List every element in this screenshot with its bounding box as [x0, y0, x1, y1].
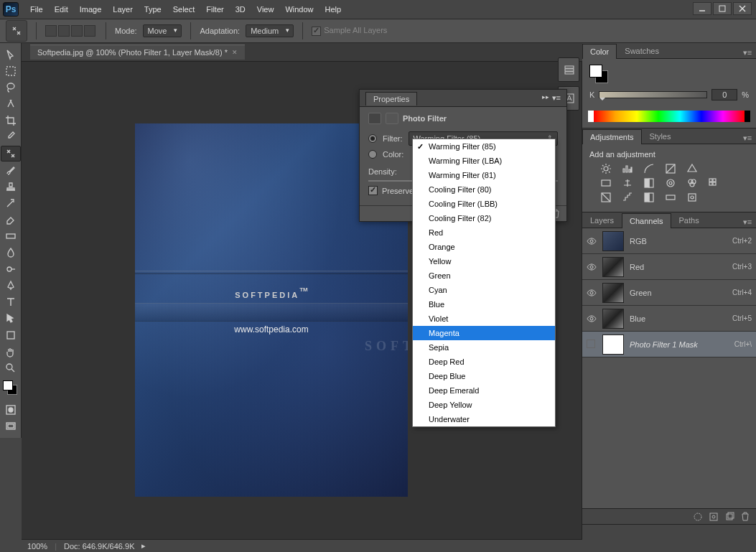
menu-file[interactable]: File [24, 2, 49, 17]
fg-bg-swatch[interactable] [589, 65, 611, 86]
dropdown-item[interactable]: Violet [413, 312, 555, 326]
eyedropper-tool[interactable] [1, 129, 21, 145]
selective-color-icon[interactable] [686, 192, 699, 203]
visibility-icon[interactable] [587, 288, 597, 298]
dropdown-item[interactable]: Sepia [413, 340, 555, 355]
vibrance-icon[interactable] [686, 163, 699, 174]
color-spectrum[interactable] [588, 111, 750, 122]
photo-filter-icon[interactable] [664, 177, 677, 189]
invert-icon[interactable] [599, 192, 612, 203]
menu-view[interactable]: View [251, 2, 280, 17]
dropdown-item[interactable]: Magenta [413, 326, 555, 340]
delete-channel-icon[interactable] [740, 512, 750, 522]
brightness-icon[interactable] [599, 163, 612, 174]
menu-filter[interactable]: Filter [200, 2, 229, 17]
threshold-icon[interactable] [643, 192, 655, 203]
menu-layer[interactable]: Layer [107, 2, 139, 17]
dropdown-item[interactable]: Deep Emerald [413, 383, 555, 398]
dropdown-item[interactable]: Red [413, 225, 555, 240]
tab-paths[interactable]: Paths [671, 212, 707, 228]
marquee-tool[interactable] [1, 63, 21, 79]
load-selection-icon[interactable] [693, 512, 703, 522]
pen-tool[interactable] [1, 278, 21, 294]
align-option-1[interactable] [45, 25, 57, 37]
dropdown-item[interactable]: Cooling Filter (80) [413, 182, 555, 197]
curves-icon[interactable] [643, 163, 655, 174]
posterize-icon[interactable] [621, 192, 634, 203]
hue-icon[interactable] [599, 177, 612, 189]
dropdown-item[interactable]: Orange [413, 240, 555, 254]
tab-adjustments[interactable]: Adjustments [582, 129, 642, 144]
dropdown-item[interactable]: Warming Filter (85) [413, 139, 555, 154]
dropdown-item[interactable]: Underwater [413, 412, 555, 426]
document-tab[interactable]: Softpedia.jpg @ 100% (Photo Filter 1, La… [30, 45, 245, 60]
status-menu-icon[interactable]: ▸ [141, 541, 146, 551]
gradient-map-icon[interactable] [664, 192, 677, 203]
tab-color[interactable]: Color [582, 44, 617, 59]
panel-menu-icon[interactable]: ▾≡ [742, 47, 753, 58]
tab-swatches[interactable]: Swatches [617, 43, 667, 58]
tool-preset-icon[interactable] [6, 20, 27, 42]
mode-select[interactable]: Move [143, 24, 182, 37]
dropdown-item[interactable]: Cooling Filter (LBB) [413, 197, 555, 211]
dropdown-item[interactable]: Warming Filter (LBA) [413, 154, 555, 168]
color-swatches[interactable] [3, 380, 18, 398]
channel-row[interactable]: Photo Filter 1 MaskCtrl+\ [582, 332, 756, 357]
zoom-value[interactable]: 100% [27, 542, 47, 551]
dropdown-item[interactable]: Cyan [413, 283, 555, 297]
channel-mixer-icon[interactable] [686, 177, 699, 189]
tab-styles[interactable]: Styles [642, 128, 679, 144]
quick-mask-tool[interactable] [1, 402, 21, 418]
close-button[interactable] [733, 2, 752, 15]
screen-mode-tool[interactable] [1, 418, 21, 434]
dropdown-item[interactable]: Yellow [413, 254, 555, 268]
content-aware-move-tool[interactable] [1, 146, 21, 162]
dropdown-item[interactable]: Blue [413, 297, 555, 312]
dropdown-item[interactable]: Cooling Filter (82) [413, 211, 555, 225]
zoom-tool[interactable] [1, 360, 21, 376]
dodge-tool[interactable] [1, 261, 21, 277]
dropdown-item[interactable]: Deep Blue [413, 369, 555, 383]
eraser-tool[interactable] [1, 212, 21, 228]
lasso-tool[interactable] [1, 80, 21, 95]
sample-all-layers-checkbox[interactable]: Sample All Layers [312, 26, 387, 36]
save-selection-icon[interactable] [709, 512, 719, 522]
channel-row[interactable]: BlueCtrl+5 [582, 306, 756, 332]
crop-tool[interactable] [1, 113, 21, 128]
menu-select[interactable]: Select [167, 2, 201, 17]
menu-type[interactable]: Type [139, 2, 167, 17]
menu-image[interactable]: Image [74, 2, 108, 17]
panel-menu-icon[interactable]: ▾≡ [742, 132, 753, 144]
app-logo[interactable]: Ps [3, 2, 19, 17]
visibility-icon[interactable] [587, 236, 597, 246]
visibility-icon[interactable] [587, 340, 597, 350]
panel-menu-icon[interactable]: ▾≡ [552, 93, 561, 103]
minimize-button[interactable] [693, 2, 711, 15]
menu-edit[interactable]: Edit [49, 2, 74, 17]
color-radio[interactable] [368, 150, 377, 159]
shape-tool[interactable] [1, 327, 21, 343]
align-option-2[interactable] [58, 25, 70, 37]
history-panel-icon[interactable] [560, 61, 579, 78]
tab-properties[interactable]: Properties [365, 92, 417, 106]
dropdown-item[interactable]: Warming Filter (81) [413, 168, 555, 182]
menu-help[interactable]: Help [319, 2, 347, 17]
bw-icon[interactable] [643, 177, 655, 189]
exposure-icon[interactable] [664, 163, 677, 174]
dropdown-item[interactable]: Deep Red [413, 355, 555, 369]
visibility-icon[interactable] [587, 314, 597, 324]
gradient-tool[interactable] [1, 228, 21, 244]
panel-menu-icon[interactable]: ▾≡ [742, 216, 753, 228]
color-lookup-icon[interactable] [707, 177, 720, 189]
blur-tool[interactable] [1, 245, 21, 261]
hand-tool[interactable] [1, 344, 21, 360]
visibility-icon[interactable] [587, 262, 597, 272]
close-tab-icon[interactable]: ✕ [232, 49, 238, 56]
k-value-input[interactable]: 0 [711, 89, 737, 100]
stamp-tool[interactable] [1, 179, 21, 195]
k-slider[interactable] [599, 91, 707, 98]
color-balance-icon[interactable] [621, 177, 634, 189]
menu-window[interactable]: Window [279, 2, 319, 17]
menu-3d[interactable]: 3D [230, 2, 251, 17]
adaptation-select[interactable]: Medium [246, 24, 294, 37]
